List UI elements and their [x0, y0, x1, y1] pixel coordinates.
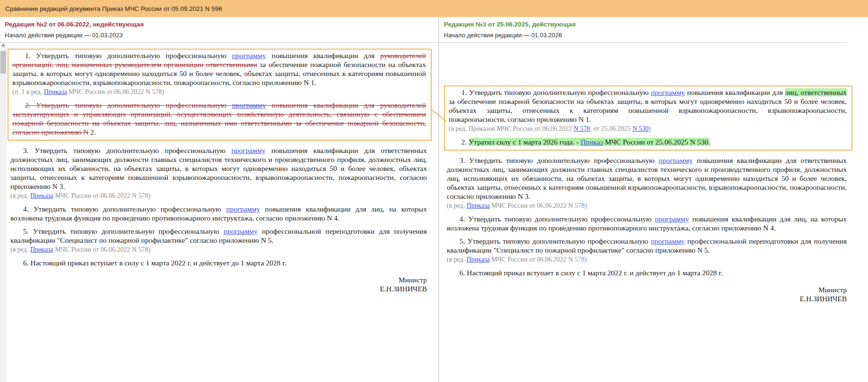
title-bar: Сравнение редакций документа Приказ МЧС … — [0, 0, 868, 17]
revision-note: (в ред. Приказа МЧС России от 06.06.2022… — [10, 191, 427, 200]
vertical-scrollbar[interactable]: ^ — [0, 42, 7, 382]
text-segment: 6. Настоящий приказ вступает в силу с 1 … — [23, 259, 286, 267]
document-link[interactable]: программу — [659, 156, 693, 164]
text-segment: повышения квалификации для — [266, 51, 380, 59]
edition-start-date: Начало действия редакции — 01.03.2026 — [444, 32, 868, 39]
paragraph: 1. Утвердить типовую дополнительную проф… — [449, 88, 847, 124]
text-segment: 3. Утвердить типовую дополнительную проф… — [459, 156, 659, 164]
paragraph: 3. Утвердить типовую дополнительную проф… — [10, 146, 427, 191]
text-segment: 4. Утвердить типовую дополнительную проф… — [23, 205, 226, 213]
text-segment: 2. — [461, 138, 469, 146]
diff-connector-line — [430, 108, 447, 123]
text-segment: МЧС России от 06.06.2022 N 578) — [67, 88, 164, 95]
paragraph: 5. Утвердить типовую дополнительную проф… — [447, 237, 847, 255]
text-segment: (п. 1 в ред. — [12, 88, 44, 95]
document-link[interactable]: Приказа — [30, 192, 53, 199]
text-segment: МЧС России от 06.06.2022 N 578) — [53, 192, 150, 199]
paragraph: 2. Утратил силу с 1 марта 2026 года. - П… — [449, 137, 847, 146]
text-segment: , от 25.06.2025 — [590, 125, 633, 132]
signature: МинистрЕ.Н.ЗИНИЧЕВ — [10, 275, 427, 293]
document-area: 1. Утвердить типовую дополнительную проф… — [439, 42, 868, 382]
signature-line: Министр — [447, 285, 847, 294]
revision-note: (в ред. Приказов МЧС России от 06.06.202… — [449, 124, 847, 133]
signature-line: Е.Н.ЗИНИЧЕВ — [447, 294, 847, 303]
text-segment: МЧС России от 06.06.2022 N 578) — [490, 202, 587, 209]
paragraph: 5. Утвердить типовую дополнительную проф… — [10, 227, 427, 245]
revision-note: (в ред. Приказа МЧС России от 06.06.2022… — [447, 255, 847, 264]
paragraph: 1. Утвердить типовую дополнительную проф… — [12, 51, 426, 87]
signature-line: Министр — [10, 275, 427, 284]
edition-label: Редакция №2 от 06.06.2022, недействующая — [5, 21, 438, 28]
comparison-title: Сравнение редакций документа Приказ МЧС … — [5, 5, 222, 12]
document-link[interactable]: Приказ — [581, 138, 603, 146]
changed-fragment-box: 1. Утвердить типовую дополнительную проф… — [8, 49, 432, 141]
text-segment: (в ред. Приказов МЧС России от 06.06.202… — [449, 125, 574, 132]
text-segment: МЧС России от 06.06.2022 N 578) — [490, 256, 587, 263]
text-segment: (в ред. — [447, 202, 467, 209]
text-segment: МЧС России от 25.06.2025 N 530. — [603, 138, 710, 146]
edition-start-date: Начало действия редакции — 01.03.2023 — [5, 32, 438, 39]
text-segment: МЧС России от 06.06.2022 N 578) — [53, 246, 150, 253]
document-link[interactable]: программу — [655, 215, 689, 223]
text-segment: 3. Утвердить типовую дополнительную проф… — [23, 146, 232, 154]
document-link[interactable]: Приказа — [467, 256, 490, 263]
paragraph: 3. Утвердить типовую дополнительную проф… — [447, 156, 847, 201]
text-segment: повышения квалификации для — [685, 88, 785, 96]
text-segment: (в ред. — [10, 192, 30, 199]
paragraph: 2. Утвердить типовую дополнительную проф… — [12, 101, 426, 136]
old-edition-panel: Редакция №2 от 06.06.2022, недействующая… — [0, 17, 438, 382]
document-link[interactable]: программу — [232, 51, 266, 59]
panel-header: Редакция №3 от 25.06.2025, действующая Н… — [439, 17, 868, 42]
text-segment: лиц, ответственных — [785, 88, 847, 96]
edition-label: Редакция №3 от 25.06.2025, действующая — [444, 21, 868, 28]
document-link[interactable]: Приказа — [30, 246, 53, 253]
document-text: 1. Утвердить типовую дополнительную проф… — [439, 42, 868, 382]
document-link[interactable]: программу — [651, 237, 684, 245]
panel-header: Редакция №2 от 06.06.2022, недействующая… — [0, 17, 438, 42]
text-segment: Утратил силу с 1 марта 2026 года. - — [469, 138, 581, 146]
signature: МинистрЕ.Н.ЗИНИЧЕВ — [447, 285, 847, 303]
text-segment: 5. Утвердить типовую дополнительную проф… — [459, 237, 651, 245]
scroll-up-icon[interactable]: ^ — [0, 42, 7, 50]
document-link[interactable]: программу — [651, 88, 685, 96]
text-segment: 2. Утвердить типовую дополнительную проф… — [25, 101, 232, 109]
text-segment: (в ред. — [447, 256, 467, 263]
document-area: ^ 1. Утвердить типовую дополнительную пр… — [0, 42, 438, 382]
text-segment: 5. Утвердить типовую дополнительную проф… — [23, 227, 224, 235]
scrollbar-thumb[interactable] — [0, 51, 6, 74]
paragraph: 6. Настоящий приказ вступает в силу с 1 … — [10, 258, 427, 267]
text-segment: ) — [649, 125, 651, 132]
document-link[interactable]: программу — [224, 227, 258, 235]
text-segment: 6. Настоящий приказ вступает в силу с 1 … — [459, 269, 723, 277]
document-link[interactable]: N 530 — [632, 125, 649, 132]
text-segment: за обеспечение пожарной безопасности на … — [449, 97, 847, 123]
text-segment: 1. Утвердить типовую дополнительную проф… — [25, 51, 232, 59]
paragraph: 6. Настоящий приказ вступает в силу с 1 … — [447, 268, 847, 277]
signature-line: Е.Н.ЗИНИЧЕВ — [10, 284, 427, 293]
text-segment: 1. Утвердить типовую дополнительную проф… — [461, 88, 651, 96]
document-link[interactable]: программу — [232, 146, 266, 154]
current-edition-panel: Редакция №3 от 25.06.2025, действующая Н… — [439, 17, 868, 382]
document-link[interactable]: Приказа — [44, 88, 67, 95]
revision-note: (в ред. Приказа МЧС России от 06.06.2022… — [10, 245, 427, 254]
document-link[interactable]: Приказа — [467, 202, 490, 209]
paragraph: 4. Утвердить типовую дополнительную проф… — [10, 204, 427, 222]
text-segment: 2. — [89, 128, 96, 136]
changed-fragment-box: 1. Утвердить типовую дополнительную проф… — [444, 85, 852, 151]
document-link[interactable]: программу — [232, 101, 266, 109]
revision-note: (в ред. Приказа МЧС России от 06.06.2022… — [447, 201, 847, 210]
text-segment: 4. Утвердить типовую дополнительную проф… — [459, 215, 655, 223]
text-segment: (в ред. — [10, 246, 30, 253]
document-link[interactable]: N 578 — [574, 125, 590, 132]
document-link[interactable]: программу — [226, 205, 260, 213]
revision-note: (п. 1 в ред. Приказа МЧС России от 06.06… — [12, 87, 426, 96]
paragraph: 4. Утвердить типовую дополнительную проф… — [447, 214, 847, 232]
document-text: 1. Утвердить типовую дополнительную проф… — [7, 42, 438, 382]
